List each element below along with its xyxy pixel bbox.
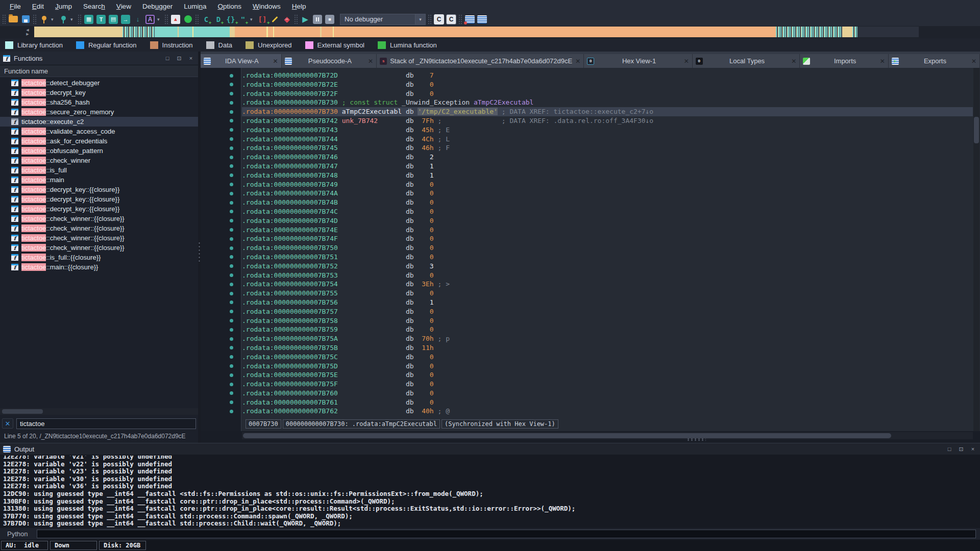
chevron-down-icon[interactable]: ▾ (51, 17, 56, 22)
create-struct-icon[interactable]: {}+ (226, 14, 236, 25)
edit-icon[interactable] (270, 14, 280, 25)
menu-item-jump[interactable]: Jump (50, 1, 78, 12)
close-icon[interactable]: ✕ (791, 58, 796, 65)
close-icon[interactable]: × (969, 446, 977, 452)
breakpoint-window-icon[interactable]: ▲ (170, 14, 181, 25)
function-list-item[interactable]: ftictactoe::check_winner::{{closure}} (0, 233, 198, 243)
tab-exports[interactable]: ▸Exports✕ (889, 54, 980, 68)
function-list-item[interactable]: ftictactoe::sha256_hash (0, 97, 198, 107)
step-into-icon[interactable]: C (434, 14, 444, 25)
stop-debug-icon[interactable]: ■ (325, 14, 335, 25)
close-icon[interactable]: ✕ (273, 58, 278, 65)
listing-row[interactable]: .rodata:000000000007B75F db 0 (242, 380, 973, 389)
start-debug-icon[interactable]: ▶ (300, 14, 310, 25)
chevron-down-icon[interactable]: ▾ (415, 14, 425, 24)
listing-row[interactable]: .rodata:000000000007B742 unk_7B742 db 7F… (242, 116, 973, 126)
listing-row[interactable]: .rodata:000000000007B754 db 3Eh ; > (242, 280, 973, 289)
listing-row[interactable]: .rodata:000000000007B758 db 0 (242, 316, 973, 325)
function-list-item[interactable]: ftictactoe::check_winner::{{closure}} (0, 223, 198, 233)
listing-row[interactable]: .rodata:000000000007B749 db 0 (242, 180, 973, 189)
scrollbar-thumb[interactable] (2, 409, 43, 414)
listing-row[interactable]: .rodata:000000000007B74C db 0 (242, 207, 973, 216)
function-list-item[interactable]: ftictactoe::is_full (0, 165, 198, 175)
function-list-item[interactable]: ftictactoe::secure_zero_memory (0, 107, 198, 117)
function-list-item[interactable]: ftictactoe::check_winner::{{closure}} (0, 214, 198, 223)
listing-row[interactable]: .rodata:000000000007B74B db 0 (242, 198, 973, 207)
listing-row[interactable]: .rodata:000000000007B757 db 0 (242, 307, 973, 316)
function-list-item[interactable]: ftictactoe::decrypt_key::{{closure}} (0, 204, 198, 214)
function-list-item[interactable]: ftictactoe::main::{{closure}} (0, 262, 198, 272)
keyboard-icon[interactable]: ▤ (108, 14, 118, 25)
create-function-icon[interactable]: C+ (201, 14, 211, 25)
function-list-item[interactable]: ftictactoe::check_winner (0, 156, 198, 165)
listing-row[interactable]: .rodata:000000000007B75D db 0 (242, 362, 973, 371)
menu-item-view[interactable]: View (111, 1, 137, 12)
nav-arrow-icon[interactable]: → (120, 14, 131, 25)
listing-row[interactable]: .rodata:000000000007B753 db 0 (242, 271, 973, 280)
listing-row[interactable]: .rodata:000000000007B75C db 0 (242, 353, 973, 362)
listing-row[interactable]: .rodata:000000000007B752 db 3 (242, 262, 973, 271)
menu-item-debugger[interactable]: Debugger (137, 1, 178, 12)
function-search-input[interactable] (16, 418, 196, 429)
output-log[interactable]: 12E278: variable 'v21' is possibly undef… (3, 456, 977, 528)
jump-prev-icon[interactable] (39, 14, 49, 25)
listing-row[interactable]: .rodata:000000000007B747 db 1 (242, 162, 973, 171)
listing-row[interactable]: .rodata:000000000007B756 db 1 (242, 298, 973, 307)
function-list-item[interactable]: ftictactoe::check_winner::{{closure}} (0, 243, 198, 253)
listing-row[interactable]: .rodata:000000000007B751 db 0 (242, 253, 973, 262)
tab-hex-view-1[interactable]: 0Hex View-1✕ (584, 54, 692, 68)
listing-row[interactable]: .rodata:000000000007B743 db 45h ; E (242, 126, 973, 135)
close-icon[interactable]: ✕ (880, 58, 885, 65)
function-list-item[interactable]: ftictactoe::ask_for_credentials (0, 136, 198, 146)
listing-row[interactable]: .rodata:000000000007B759 db 0 (242, 325, 973, 334)
listing-row[interactable]: .rodata:000000000007B760 db 0 (242, 389, 973, 398)
listing-row[interactable]: .rodata:000000000007B755 db 0 (242, 289, 973, 298)
listing-row[interactable]: .rodata:000000000007B762 db 40h ; @ (242, 407, 973, 416)
dock-icon[interactable]: ⊡ (175, 55, 183, 62)
step-over-icon[interactable]: C (446, 14, 456, 25)
menu-item-options[interactable]: Options (212, 1, 248, 12)
listing-row[interactable]: .rodata:000000000007B750 db 0 (242, 243, 973, 253)
dock-icon[interactable]: ⊡ (957, 446, 965, 453)
open-file-icon[interactable] (8, 14, 18, 25)
functions-hscrollbar[interactable] (0, 408, 198, 415)
chevron-down-icon[interactable]: ▾ (157, 17, 162, 22)
navigation-band[interactable] (34, 27, 919, 37)
grid-view-icon[interactable]: ▦ (84, 14, 94, 25)
pause-debug-icon[interactable] (312, 14, 323, 25)
function-list-item[interactable]: ftictactoe::decrypt_key::{{closure}} (0, 185, 198, 194)
function-name-column-header[interactable]: Function name (0, 65, 198, 77)
function-list-item[interactable]: ftictactoe::detect_debugger (0, 78, 198, 88)
selection-icon[interactable]: []+ (257, 14, 267, 25)
function-list-item[interactable]: ftictactoe::decrypt_key (0, 88, 198, 97)
resume-icon[interactable] (183, 14, 193, 25)
function-list-item[interactable]: ftictactoe::main (0, 175, 198, 185)
create-string-icon[interactable]: "+ (238, 14, 248, 25)
listing-row[interactable]: .rodata:000000000007B748 db 1 (242, 171, 973, 180)
function-list-item[interactable]: ftictactoe::obfuscate_pattern (0, 146, 198, 156)
close-icon[interactable]: ✕ (575, 58, 580, 65)
horizontal-splitter-handle[interactable] (687, 438, 706, 441)
listing-row[interactable]: .rodata:000000000007B72D db 7 (242, 71, 973, 80)
listing-row[interactable]: .rodata:000000000007B744 db 4Ch ; L (242, 135, 973, 144)
close-icon[interactable]: ✕ (368, 58, 373, 65)
disassembly-listing[interactable]: .rodata:000000000007B72D db 7.rodata:000… (201, 68, 980, 431)
python-input[interactable] (37, 530, 976, 538)
maximize-icon[interactable]: □ (163, 55, 172, 61)
maximize-icon[interactable]: □ (945, 446, 953, 452)
debugger-select[interactable]: No debugger ▾ (340, 14, 426, 25)
function-list-item[interactable]: ftictactoe::decrypt_key::{{closure}} (0, 194, 198, 204)
listing-row[interactable]: .rodata:000000000007B746 db 2 (242, 153, 973, 162)
text-view-icon[interactable]: T (96, 14, 106, 25)
listing-row[interactable]: .rodata:000000000007B72E db 0 (242, 80, 973, 89)
tab-local-types[interactable]: 0Local Types✕ (693, 54, 800, 68)
menu-item-lumina[interactable]: Lumina (178, 1, 212, 12)
listing-row[interactable]: .rodata:000000000007B730 ; const struct … (242, 98, 973, 107)
menu-item-search[interactable]: Search (78, 1, 111, 12)
save-icon[interactable] (20, 14, 31, 25)
function-list-item[interactable]: ftictactoe::is_full::{{closure}} (0, 253, 198, 262)
rename-icon[interactable]: A (145, 14, 155, 25)
menu-item-help[interactable]: Help (286, 1, 312, 12)
close-icon[interactable]: ✕ (971, 58, 976, 65)
output-list-icon[interactable] (477, 14, 487, 25)
